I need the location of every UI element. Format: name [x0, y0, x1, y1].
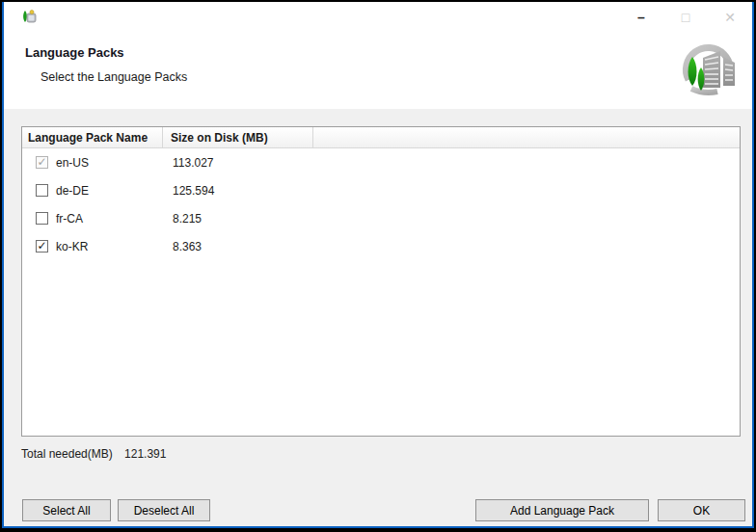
language-pack-size: 8.215 — [163, 212, 202, 226]
page-subtitle: Select the Language Packs — [40, 70, 187, 84]
content-area: Language Pack Name Size on Disk (MB) ✓ e… — [4, 109, 752, 526]
table-row[interactable]: ✓ en-US 113.027 — [22, 148, 740, 176]
window-controls: – □ ✕ — [619, 6, 752, 29]
total-needed-value: 121.391 — [124, 447, 166, 461]
language-pack-name: fr-CA — [56, 212, 163, 226]
add-language-pack-button[interactable]: Add Language Pack — [475, 499, 649, 521]
maximize-button[interactable]: □ — [663, 6, 708, 29]
language-pack-size: 8.363 — [163, 240, 202, 253]
mdt-app-icon — [21, 8, 39, 25]
column-header-language-pack-name[interactable]: Language Pack Name — [22, 127, 163, 147]
table-row[interactable]: de-DE 125.594 — [22, 176, 740, 204]
total-needed: Total needed(MB) 121.391 — [21, 447, 166, 461]
checkbox-ko-kr[interactable]: ✓ — [36, 240, 48, 253]
checkbox-en-us: ✓ — [36, 156, 48, 169]
mdt-deployment-logo-icon — [679, 40, 741, 98]
table-row[interactable]: ✓ ko-KR 8.363 — [22, 232, 740, 260]
close-button[interactable]: ✕ — [708, 6, 752, 29]
column-header-size-on-disk[interactable]: Size on Disk (MB) — [163, 127, 313, 147]
language-pack-size: 125.594 — [163, 184, 214, 198]
language-pack-size: 113.027 — [163, 156, 214, 170]
language-packs-window: – □ ✕ Language Packs Select the Language… — [0, 0, 756, 532]
titlebar: – □ ✕ — [4, 2, 752, 35]
language-pack-table: Language Pack Name Size on Disk (MB) ✓ e… — [21, 126, 741, 437]
deselect-all-button[interactable]: Deselect All — [118, 499, 210, 521]
checkbox-de-de[interactable] — [36, 184, 48, 197]
window-frame: – □ ✕ Language Packs Select the Language… — [2, 2, 754, 528]
page-header: Language Packs Select the Language Packs — [4, 35, 752, 109]
select-all-button[interactable]: Select All — [22, 499, 111, 521]
language-pack-name: de-DE — [56, 184, 163, 198]
total-needed-label: Total needed(MB) — [21, 447, 113, 461]
minimize-button[interactable]: – — [619, 6, 663, 29]
ok-button[interactable]: OK — [658, 499, 745, 521]
page-title: Language Packs — [25, 45, 124, 60]
table-row[interactable]: fr-CA 8.215 — [22, 204, 740, 232]
checkbox-fr-ca[interactable] — [36, 212, 48, 225]
column-header-filler — [313, 127, 740, 147]
language-pack-name: ko-KR — [56, 240, 163, 253]
table-header: Language Pack Name Size on Disk (MB) — [22, 127, 740, 148]
language-pack-name: en-US — [56, 156, 163, 170]
